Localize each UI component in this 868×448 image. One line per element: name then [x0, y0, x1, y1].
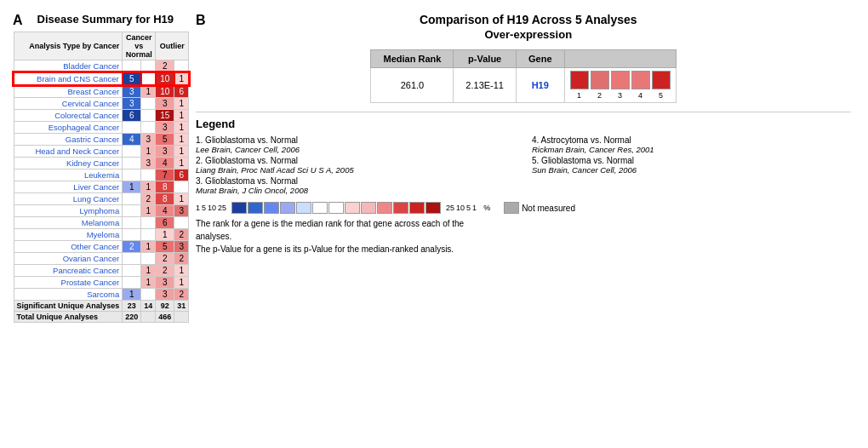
cn-col2 — [141, 122, 156, 134]
out-col1: 10 — [156, 85, 174, 98]
out-col1: 3 — [156, 98, 174, 110]
pvalue-value: 2.13E-11 — [454, 68, 517, 103]
table-row: Prostate Cancer131 — [14, 277, 189, 289]
footer-value: 92 — [156, 301, 174, 312]
legend-item: 5. Glioblastoma vs. NormalSun Brain, Can… — [532, 156, 851, 175]
table-row: Cervical Cancer331 — [14, 98, 189, 110]
panel-b-subtitle: Over-expression — [206, 28, 851, 41]
scale-label-right: 1 — [472, 204, 477, 212]
out-col1: 5 — [156, 241, 174, 253]
scale-color-box — [231, 202, 247, 214]
pvalue-header: p-Value — [454, 50, 517, 68]
scale-color-box — [248, 202, 263, 214]
table-row: Ovarian Cancer22 — [14, 253, 189, 265]
panel-a: A Disease Summary for H19 Analysis Type … — [9, 9, 187, 439]
out-col1: 2 — [156, 253, 174, 265]
panel-b: B Comparison of H19 Across 5 Analyses Ov… — [187, 9, 859, 439]
legend-item-ref: Liang Brain, Proc Natl Acad Sci U S A, 2… — [196, 165, 354, 175]
gene-value[interactable]: H19 — [517, 68, 565, 103]
legend-title: Legend — [196, 118, 851, 130]
cn-col2: 3 — [141, 158, 156, 169]
scale-color-box — [328, 202, 344, 214]
table-row: Lung Cancer281 — [14, 193, 189, 205]
scale-label-right: 5 — [466, 204, 471, 212]
median-rank-header: Median Rank — [371, 50, 454, 68]
cancer-name-cell: Brain and CNS Cancer — [14, 72, 123, 85]
legend-section: Legend 1. Glioblastoma vs. NormalLee Bra… — [196, 112, 851, 195]
out-col1: 3 — [156, 277, 174, 289]
legend-item-num: 2. Glioblastoma vs. Normal — [196, 156, 298, 165]
cn-col2: 1 — [141, 277, 156, 289]
scale-color-box — [393, 202, 408, 214]
cn-col2: 1 — [141, 205, 156, 217]
scale-color-box — [425, 202, 441, 214]
color-boxes-header — [564, 50, 676, 68]
table-row: Leukemia76 — [14, 169, 189, 181]
scale-label-left: 5 — [202, 204, 206, 212]
table-row: Other Cancer2153 — [14, 241, 189, 253]
panel-b-label: B — [196, 13, 206, 28]
color-boxes-cell: 12345 — [564, 68, 676, 103]
cn-col2 — [141, 217, 156, 229]
out-col1: 6 — [156, 217, 174, 229]
not-measured-label: Not measured — [522, 204, 575, 213]
scale-color-box — [345, 202, 360, 214]
table-row: Myeloma12 — [14, 229, 189, 241]
cancer-name-cell: Kidney Cancer — [14, 158, 123, 169]
panel-b-title: Comparison of H19 Across 5 Analyses — [206, 13, 851, 26]
comparison-table: Median Rank p-Value Gene 261.0 2.13E-11 … — [370, 49, 676, 103]
cn-col1 — [123, 158, 141, 169]
out-col1: 7 — [156, 169, 174, 181]
color-scale: 151025 251051 % Not measured — [196, 202, 851, 214]
analysis-color-box — [611, 71, 630, 89]
legend-item-num: 3. Glioblastoma vs. Normal — [196, 176, 298, 186]
out-col1: 4 — [156, 205, 174, 217]
cn-col1 — [123, 146, 141, 158]
cn-col1: 6 — [123, 110, 141, 122]
cancer-name-cell: Prostate Cancer — [14, 277, 123, 289]
legend-item-num: 4. Astrocytoma vs. Normal — [532, 135, 631, 145]
table-row: Lymphoma143 — [14, 205, 189, 217]
out-col1: 8 — [156, 193, 174, 205]
out-col1: 2 — [156, 265, 174, 277]
table-row: Head and Neck Cancer131 — [14, 146, 189, 158]
legend-item-num: 1. Glioblastoma vs. Normal — [196, 135, 298, 145]
legend-item: 4. Astrocytoma vs. NormalRickman Brain, … — [532, 135, 851, 154]
footer-value: 466 — [156, 312, 174, 323]
footer-value: 220 — [123, 312, 141, 323]
not-measured-box — [504, 202, 519, 214]
box-label: 4 — [631, 91, 650, 100]
panel-a-title: Disease Summary for H19 — [28, 13, 183, 26]
cn-col1: 4 — [123, 134, 141, 146]
cancer-name-cell: Gastric Cancer — [14, 134, 123, 146]
footer-value — [141, 312, 156, 323]
cn-col2 — [141, 229, 156, 241]
scale-color-box — [264, 202, 279, 214]
cn-col2 — [141, 289, 156, 301]
cn-col1 — [123, 277, 141, 289]
scale-label-left: 10 — [208, 204, 216, 212]
cn-col1 — [123, 229, 141, 241]
out-col1: 5 — [156, 134, 174, 146]
cancer-name-cell: Lymphoma — [14, 205, 123, 217]
cn-col1 — [123, 265, 141, 277]
cn-col2 — [141, 60, 156, 73]
footnote-1: The rank for a gene is the median rank f… — [196, 219, 464, 228]
footer-row: Total Unique Analyses220466 — [14, 312, 189, 323]
legend-item-ref: Sun Brain, Cancer Cell, 2006 — [532, 165, 637, 175]
legend-grid: 1. Glioblastoma vs. NormalLee Brain, Can… — [196, 135, 851, 195]
cn-col1 — [123, 169, 141, 181]
table-row: Sarcoma132 — [14, 289, 189, 301]
scale-label-right: 10 — [456, 204, 465, 212]
legend-item: 3. Glioblastoma vs. NormalMurat Brain, J… — [196, 176, 515, 195]
cancer-name-cell: Other Cancer — [14, 241, 123, 253]
legend-item-num: 5. Glioblastoma vs. Normal — [532, 156, 634, 165]
cancer-name-cell: Colorectal Cancer — [14, 110, 123, 122]
cn-col1 — [123, 122, 141, 134]
scale-label-left: 25 — [218, 204, 226, 212]
footnotes: The rank for a gene is the median rank f… — [196, 217, 851, 256]
cancer-name-cell: Breast Cancer — [14, 85, 123, 98]
out-col1: 4 — [156, 158, 174, 169]
scale-label-right: 25 — [446, 204, 454, 212]
scale-label-left: 1 — [196, 204, 200, 212]
